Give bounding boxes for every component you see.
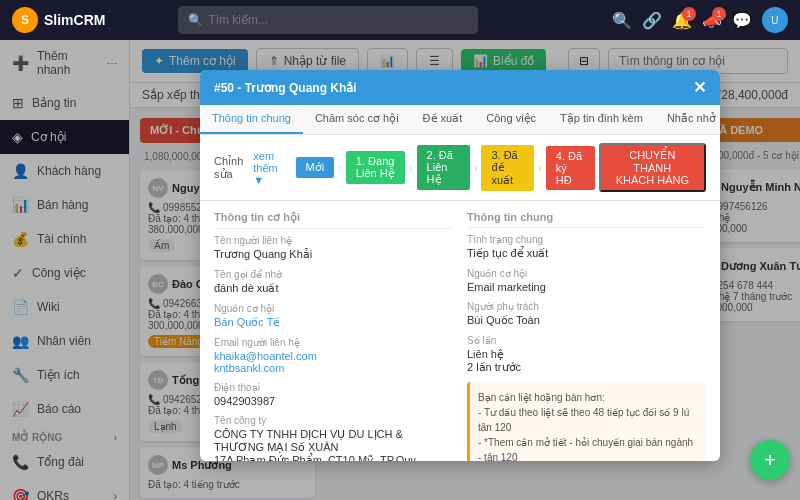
modal-title: #50 - Trương Quang Khải <box>214 81 357 95</box>
search-icon: 🔍 <box>188 13 203 27</box>
logo: S SlimCRM <box>12 7 105 33</box>
bell-badge: 1 <box>712 7 726 21</box>
stage-edit-label: Chỉnh sửa <box>214 155 243 181</box>
field-contact-name: Tên người liên hệ Trương Quang Khải <box>214 235 453 261</box>
field-opp-source: Nguồn cơ hội Email marketing <box>467 268 706 293</box>
bell-icon[interactable]: 📣1 <box>702 11 722 30</box>
avatar[interactable]: U <box>762 7 788 33</box>
share-icon[interactable]: 🔗 <box>642 11 662 30</box>
notification-badge: 1 <box>682 7 696 21</box>
float-action-button[interactable]: + <box>750 440 790 480</box>
modal-tab-reminder[interactable]: Nhắc nhở <box>655 105 720 134</box>
modal-tab-files[interactable]: Tập tin đính kèm <box>548 105 655 134</box>
logo-icon: S <box>12 7 38 33</box>
field-email: Email người liên hệ khaika@hoantel.com k… <box>214 337 453 374</box>
modal: #50 - Trương Quang Khải ✕ Thông tin chun… <box>200 70 720 461</box>
search-nav-icon[interactable]: 🔍 <box>612 11 632 30</box>
app-name: SlimCRM <box>44 12 105 28</box>
field-alias: Tên gọi để nhớ đánh dè xuất <box>214 269 453 295</box>
modal-stage-bar: Chỉnh sửa xem thêm ▼ Mới › 1. Đang Liên … <box>200 135 720 201</box>
search-bar[interactable]: 🔍 <box>178 6 478 34</box>
info-box: Bạn cần liệt hoặng bán hơn: - Tư dấu the… <box>467 382 706 461</box>
modal-tab-tasks[interactable]: Công việc <box>474 105 548 134</box>
stage-arrow-4: › <box>538 162 542 174</box>
field-phone: Điện thoại 0942903987 <box>214 382 453 407</box>
stage-contact[interactable]: 1. Đang Liên Hệ <box>346 151 405 184</box>
stage-more-link[interactable]: xem thêm ▼ <box>253 150 283 186</box>
section1-title: Thông tin cơ hội <box>214 211 453 229</box>
modal-header: #50 - Trương Quang Khải ✕ <box>200 70 720 105</box>
field-contact-count: Số lần Liên hệ 2 lần trước <box>467 335 706 374</box>
navbar: S SlimCRM 🔍 🔍 🔗 🔔1 📣1 💬 U <box>0 0 800 40</box>
modal-body: Thông tin cơ hội Tên người liên hệ Trươn… <box>200 201 720 461</box>
message-icon[interactable]: 💬 <box>732 11 752 30</box>
modal-tabs: Thông tin chung Chăm sóc cơ hội Đề xuất … <box>200 105 720 135</box>
convert-to-customer-button[interactable]: CHUYỂN THÀNH KHÁCH HÀNG <box>599 143 706 192</box>
modal-tab-care[interactable]: Chăm sóc cơ hội <box>303 105 411 134</box>
nav-icons: 🔍 🔗 🔔1 📣1 💬 U <box>612 7 788 33</box>
field-source: Nguồn cơ hội Bán Quốc Tế <box>214 303 453 329</box>
notification-icon[interactable]: 🔔1 <box>672 11 692 30</box>
stage-offer[interactable]: 3. Đã đề xuất <box>481 145 534 191</box>
field-owner: Người phụ trách Bùi Quốc Toàn <box>467 301 706 327</box>
modal-tab-info[interactable]: Thông tin chung <box>200 105 303 134</box>
modal-tab-proposal[interactable]: Đề xuất <box>411 105 475 134</box>
modal-close-button[interactable]: ✕ <box>693 78 706 97</box>
field-status: Tình trạng chung Tiếp tục để xuất <box>467 234 706 260</box>
modal-col-right: Thông tin chung Tình trạng chung Tiếp tụ… <box>467 211 706 451</box>
stage-arrow-2: › <box>409 162 413 174</box>
stage-arrow-3: › <box>474 162 478 174</box>
stage-contacted[interactable]: 2. Đã Liên Hệ <box>417 145 470 190</box>
search-input[interactable] <box>208 13 468 27</box>
modal-overlay[interactable]: #50 - Trương Quang Khải ✕ Thông tin chun… <box>0 40 800 500</box>
stage-new[interactable]: Mới <box>296 157 335 178</box>
section2-title: Thông tin chung <box>467 211 706 228</box>
stage-signed[interactable]: 4. Đã ký HĐ <box>546 146 595 190</box>
field-company: Tên công ty CÔNG TY TNHH DỊCH VỤ DU LỊCH… <box>214 415 453 461</box>
modal-col-left: Thông tin cơ hội Tên người liên hệ Trươn… <box>214 211 453 451</box>
stage-arrow-1: › <box>338 162 342 174</box>
